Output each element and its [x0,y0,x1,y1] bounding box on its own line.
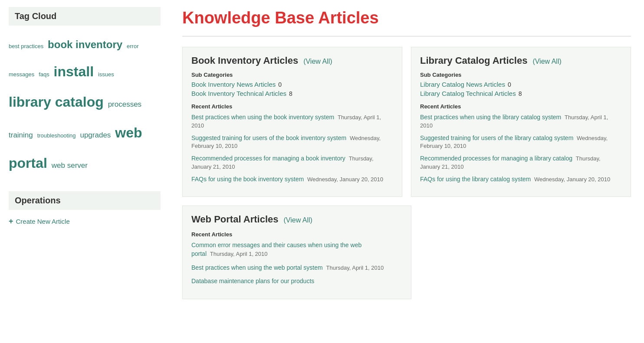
book-inventory-recent-label: Recent Articles [191,103,393,110]
article-link[interactable]: Best practices when using the book inven… [191,114,334,121]
sub-cat-count: 0 [508,81,511,88]
article-date: Thursday, April 1, 2010 [326,265,384,271]
sub-cat-book-inventory-technical-articles[interactable]: Book Inventory Technical Articles8 [191,90,393,97]
article-item: FAQs for using the library catalog syste… [420,175,622,184]
article-item: Recommended processes for managing a lib… [420,154,622,170]
article-date: Wednesday, January 20, 2010 [534,176,610,183]
tag-troubleshooting[interactable]: troubleshooting [37,132,76,139]
bottom-articles-grid: Web Portal Articles (View All) Recent Ar… [182,206,631,299]
tag-cloud: best practices book inventory error mess… [9,31,161,181]
library-catalog-view-all[interactable]: (View All) [532,58,561,65]
article-link[interactable]: Database maintenance plans for our produ… [191,278,314,284]
article-item: Suggested training for users of the libr… [420,134,622,150]
tag-training[interactable]: training [9,131,33,139]
article-item: Common error messages and their causes w… [191,241,402,258]
divider [182,36,631,36]
article-date: Thursday, April 1, 2010 [210,251,268,257]
tag-library-catalog[interactable]: library catalog [9,94,104,110]
tag-book-inventory[interactable]: book inventory [48,39,122,50]
library-catalog-recent-label: Recent Articles [420,103,622,110]
article-date: Wednesday, January 20, 2010 [307,176,383,183]
sub-cat-book-inventory-news-articles[interactable]: Book Inventory News Articles0 [191,81,393,88]
article-link[interactable]: Suggested training for users of the libr… [420,134,573,141]
article-item: Suggested training for users of the book… [191,134,393,150]
tag-cloud-title: Tag Cloud [9,7,161,26]
web-portal-title: Web Portal Articles [191,214,279,225]
top-articles-grid: Book Inventory Articles (View All) Sub C… [182,47,631,197]
plus-icon: + [9,217,13,226]
tag-best-practices[interactable]: best practices [9,43,43,49]
create-new-label: Create New Article [16,218,70,225]
sub-cat-library-catalog-technical-articles[interactable]: Library Catalog Technical Articles8 [420,90,622,97]
article-link[interactable]: Best practices when using the web portal… [191,264,323,271]
sub-cat-label: Library Catalog News Articles [420,81,505,88]
tag-upgrades[interactable]: upgrades [80,131,111,139]
sidebar: Tag Cloud best practices book inventory … [0,0,169,343]
web-portal-recent-label: Recent Articles [191,231,402,238]
library-catalog-title: Library Catalog Articles [420,55,527,66]
tag-issues[interactable]: issues [98,71,114,78]
book-inventory-header: Book Inventory Articles (View All) [191,55,393,66]
article-link[interactable]: Suggested training for users of the book… [191,134,346,141]
main-content: Knowledge Base Articles Book Inventory A… [169,0,644,343]
empty-placeholder [420,206,631,299]
book-inventory-view-all[interactable]: (View All) [303,58,332,65]
web-portal-header: Web Portal Articles (View All) [191,214,402,225]
sub-cat-library-catalog-news-articles[interactable]: Library Catalog News Articles0 [420,81,622,88]
sub-cat-label: Library Catalog Technical Articles [420,90,516,97]
article-link[interactable]: Best practices when using the library ca… [420,114,561,121]
article-item: Recommended processes for managing a boo… [191,154,393,170]
library-catalog-box: Library Catalog Articles (View All) Sub … [411,47,631,197]
book-inventory-title: Book Inventory Articles [191,55,298,66]
web-portal-view-all[interactable]: (View All) [284,216,312,224]
sub-cat-label: Book Inventory Technical Articles [191,90,286,97]
article-item: Database maintenance plans for our produ… [191,277,402,286]
operations-title: Operations [9,191,161,210]
article-link[interactable]: FAQs for using the book inventory system [191,176,304,183]
web-portal-box: Web Portal Articles (View All) Recent Ar… [182,206,411,299]
article-link[interactable]: Recommended processes for managing a boo… [191,155,345,162]
tag-cloud-section: Tag Cloud best practices book inventory … [9,7,161,181]
article-link[interactable]: Recommended processes for managing a lib… [420,155,572,162]
create-new-article-button[interactable]: + Create New Article [9,215,161,228]
operations-section: Operations + Create New Article [9,191,161,228]
article-item: Best practices when using the library ca… [420,113,622,129]
article-item: FAQs for using the book inventory system… [191,175,393,184]
sub-cat-count: 8 [289,90,292,97]
article-link[interactable]: FAQs for using the library catalog syste… [420,176,531,183]
page-title: Knowledge Base Articles [182,9,631,27]
sub-cat-count: 0 [278,81,282,88]
sub-cat-label: Book Inventory News Articles [191,81,276,88]
tag-faqs[interactable]: faqs [39,71,49,78]
tag-processes[interactable]: processes [108,100,141,108]
tag-web-server[interactable]: web server [52,161,88,170]
article-item: Best practices when using the web portal… [191,264,402,272]
article-item: Best practices when using the book inven… [191,113,393,129]
library-catalog-sub-cat-label: Sub Categories [420,72,622,78]
book-inventory-sub-cat-label: Sub Categories [191,72,393,78]
tag-install[interactable]: install [54,64,94,79]
book-inventory-box: Book Inventory Articles (View All) Sub C… [182,47,402,197]
sub-cat-count: 8 [519,90,522,97]
library-catalog-header: Library Catalog Articles (View All) [420,55,622,66]
